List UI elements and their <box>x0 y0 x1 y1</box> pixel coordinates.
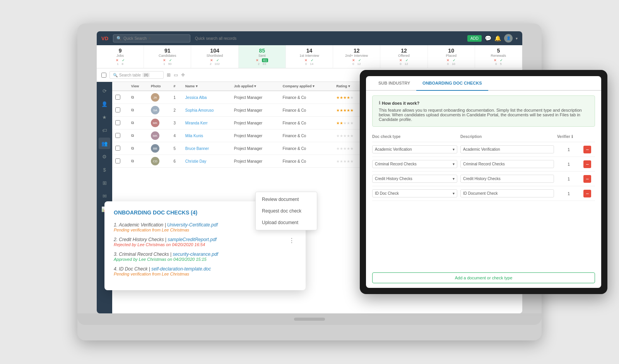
col-photo: Photo <box>148 82 170 91</box>
context-menu-upload[interactable]: Upload document <box>256 217 317 228</box>
row-5-name[interactable]: Bruce Banner <box>185 146 209 151</box>
row-6-company: Finance & Co <box>280 155 333 168</box>
sidebar-icon-star[interactable]: ★ <box>99 111 110 123</box>
doc-2-menu[interactable]: ⋮ <box>287 237 296 244</box>
stat-shortlisted[interactable]: 104 Shortlisted ✕✓ 2102 <box>191 45 238 68</box>
description-input-1[interactable]: Academic Verification <box>460 145 554 153</box>
type-select-2[interactable]: Criminal Record Checks ▾ <box>372 160 457 168</box>
search-all-records-text: Quick search all records <box>195 36 236 41</box>
description-input-2[interactable]: Criminal Record Checks <box>460 160 554 168</box>
row-5-checkbox[interactable] <box>115 146 120 151</box>
stat-1st-interview[interactable]: 14 1st Interview ✕✓ 014 <box>286 45 333 68</box>
nav-search-dropdown-icon: ▾ <box>149 36 151 40</box>
remove-row-2-button[interactable]: − <box>583 160 591 168</box>
col-job: Job applied ▾ <box>231 82 280 91</box>
stat-placed[interactable]: 10 Placed ✕✓ 010 <box>428 45 475 68</box>
user-avatar[interactable]: 👤 <box>504 34 513 43</box>
settings-icon[interactable]: ✛ <box>181 72 185 78</box>
tab-onboarding-doc-checks[interactable]: ONBOARDING DOC CHECKS <box>416 76 488 91</box>
row-4-name[interactable]: Mila Kunis <box>185 134 203 138</box>
view-icon[interactable]: ⧉ <box>131 121 134 125</box>
row-6-checkbox[interactable] <box>115 158 120 163</box>
bell-icon[interactable]: 🔔 <box>494 35 501 41</box>
col-company: Company applied ▾ <box>280 82 333 91</box>
doc-3-link[interactable]: security-clearance.pdf <box>173 252 218 257</box>
photo-1: JA <box>151 93 159 102</box>
stat-2nd-interview[interactable]: 12 2nd+ Interview ✕✓ 012 <box>333 45 380 68</box>
type-select-3[interactable]: Credit History Checks ▾ <box>372 175 457 183</box>
laptop-notch <box>294 318 325 321</box>
table-search-box[interactable]: 🔍 Search table (8) <box>109 71 164 79</box>
stat-jobs[interactable]: 9 Jobs ✕✓ 18 <box>97 45 144 68</box>
sidebar-icon-mail[interactable]: ✉ <box>99 190 110 202</box>
row-6-name[interactable]: Christie Day <box>185 159 206 163</box>
avatar-dropdown-icon[interactable]: ▾ <box>516 36 518 41</box>
view-icon[interactable]: ⧉ <box>131 133 134 138</box>
add-button[interactable]: ADD <box>467 35 482 42</box>
doc-2-link[interactable]: sampleCreditReport.pdf <box>168 237 217 242</box>
search-icon: 🔍 <box>116 36 122 41</box>
doc-item-3-left: 3. Criminal Record Checks | security-cle… <box>114 252 296 262</box>
context-menu-review[interactable]: Review document <box>256 194 317 205</box>
verifier-1: 1 <box>557 147 580 152</box>
group-icon[interactable]: ⊞ <box>167 72 171 78</box>
sidebar-icon-home[interactable]: ⟳ <box>99 85 110 97</box>
layout-icon[interactable]: ▭ <box>174 72 178 78</box>
doc-checks-table: Doc check type Description Verifier ℹ Ac… <box>366 131 601 268</box>
photo-3: MK <box>151 119 159 127</box>
sidebar-icon-settings[interactable]: ⚙ <box>99 151 110 162</box>
verifier-2: 1 <box>557 162 580 167</box>
sidebar-icon-dollar[interactable]: $ <box>99 164 110 175</box>
sidebar-icon-badge[interactable]: 🏷 <box>99 124 110 136</box>
nav-search-box[interactable]: 🔍 Quick Search ▾ <box>113 34 190 43</box>
sidebar-icon-person[interactable]: 👥 <box>99 138 110 149</box>
sidebar-icon-grid[interactable]: ⊞ <box>99 177 110 189</box>
context-menu-request[interactable]: Request doc check <box>256 205 317 217</box>
view-icon[interactable]: ⧉ <box>131 146 134 150</box>
add-doc-button[interactable]: Add a document or check type <box>372 272 595 283</box>
col-view: View <box>128 82 148 91</box>
row-2-name[interactable]: Sophia Amoruso <box>185 108 214 112</box>
photo-5: BB <box>151 144 159 153</box>
sidebar-icon-people[interactable]: 👤 <box>99 98 110 110</box>
view-icon[interactable]: ⧉ <box>131 159 134 163</box>
row-1-job: Project Manager <box>231 91 280 104</box>
row-4-rating: ★★★★★ <box>336 134 354 138</box>
row-3-checkbox[interactable] <box>115 120 120 125</box>
row-1-name[interactable]: Jessica Alba <box>185 95 207 100</box>
row-5-num: 5 <box>170 142 182 155</box>
doc-item-3: 3. Criminal Record Checks | security-cle… <box>114 252 296 262</box>
stat-candidates[interactable]: 91 Candidates ✕✓ 190 <box>144 45 191 68</box>
type-select-1[interactable]: Academic Verification ▾ <box>372 145 457 153</box>
tab-sub-industry[interactable]: SUB INDUSTRY <box>372 76 416 91</box>
stats-bar: 9 Jobs ✕✓ 18 91 Candidates ✕✓ 190 104 Sh… <box>97 45 522 68</box>
stat-offered[interactable]: 12 Offered ✕✓ 012 <box>380 45 427 68</box>
remove-row-1-button[interactable]: − <box>583 146 591 153</box>
type-select-3-arrow: ▾ <box>453 177 455 181</box>
stat-offered-label: Offered <box>382 54 426 58</box>
select-all-checkbox[interactable] <box>101 73 106 78</box>
row-4-checkbox[interactable] <box>115 133 120 138</box>
view-icon[interactable]: ⧉ <box>131 95 134 99</box>
stat-renewals[interactable]: 5 Renewals ✕✓ 05 <box>475 45 522 68</box>
row-2-checkbox[interactable] <box>115 107 120 112</box>
info-box-text: This feature allows you to request onboa… <box>379 108 588 122</box>
remove-row-3-button[interactable]: − <box>583 175 591 183</box>
remove-row-4-button[interactable]: − <box>583 190 591 197</box>
doc-1-link[interactable]: University-Certificate.pdf <box>167 222 218 228</box>
row-1-company: Finance & Co <box>280 91 333 104</box>
photo-4: MK <box>151 131 159 140</box>
type-select-4[interactable]: ID Doc Check ▾ <box>372 189 457 197</box>
doc-2-status: Rejected by Lee Christmas on 04/20/2020 … <box>114 242 287 247</box>
view-icon[interactable]: ⧉ <box>131 108 134 112</box>
stat-1st-label: 1st Interview <box>287 54 331 58</box>
row-3-name[interactable]: Miranda Kerr <box>185 121 208 125</box>
doc-2-title: 2. Credit History Checks | sampleCreditR… <box>114 237 287 242</box>
doc-4-link[interactable]: self-declaration-template.doc <box>151 266 211 272</box>
description-input-3[interactable]: Credit History Checks <box>460 175 554 183</box>
chat-icon[interactable]: 💬 <box>485 35 491 41</box>
tab-bar: SUB INDUSTRY ONBOARDING DOC CHECKS <box>366 76 601 91</box>
row-1-checkbox[interactable] <box>115 95 120 100</box>
stat-sent[interactable]: 85 Sent ✕61 283 <box>239 45 286 68</box>
description-input-4[interactable]: ID Document Check <box>460 189 554 197</box>
